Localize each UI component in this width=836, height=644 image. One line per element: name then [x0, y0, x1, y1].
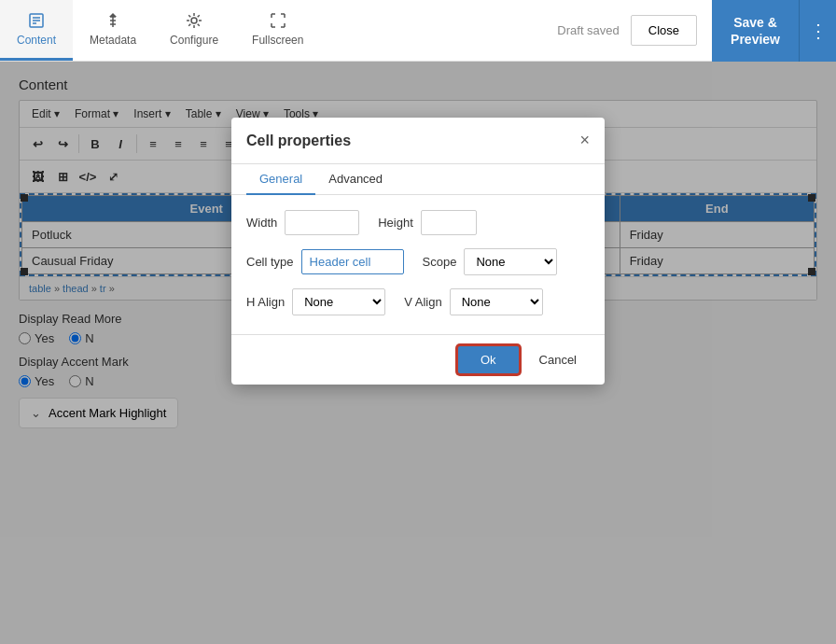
- svg-marker-4: [109, 13, 117, 17]
- configure-icon: [185, 11, 203, 30]
- modal-tabs: General Advanced: [231, 164, 605, 195]
- tab-advanced[interactable]: Advanced: [315, 164, 396, 195]
- save-preview-button[interactable]: Save & Preview: [712, 0, 799, 62]
- metadata-icon: [104, 11, 122, 30]
- height-label: Height: [378, 216, 413, 230]
- modal-close-button[interactable]: ×: [579, 131, 590, 150]
- h-align-select[interactable]: None Left Center Right: [292, 288, 385, 315]
- modal-body: Width Height Cell type Scope None: [231, 195, 605, 334]
- cell-properties-modal: Cell properties × General Advanced Width…: [231, 118, 605, 385]
- draft-saved-label: Draft saved: [557, 23, 619, 37]
- ok-button[interactable]: Ok: [458, 346, 519, 373]
- modal-footer: Ok Cancel: [231, 334, 605, 385]
- nav-configure[interactable]: Configure: [153, 0, 235, 61]
- cell-type-input[interactable]: [301, 249, 404, 274]
- svg-point-5: [191, 18, 197, 23]
- height-input[interactable]: [421, 210, 477, 235]
- h-align-label: H Align: [246, 295, 285, 309]
- close-button[interactable]: Close: [631, 15, 697, 46]
- cancel-button[interactable]: Cancel: [526, 346, 590, 373]
- modal-title: Cell properties: [246, 133, 351, 149]
- scope-label: Scope: [423, 255, 457, 269]
- nav-metadata[interactable]: Metadata: [73, 0, 153, 61]
- v-align-select[interactable]: None Top Middle Bottom: [450, 288, 543, 315]
- modal-overlay: Cell properties × General Advanced Width…: [0, 62, 836, 644]
- top-nav: Content Metadata Configure Fullscreen Dr…: [0, 0, 836, 62]
- cell-type-label: Cell type: [246, 255, 294, 269]
- more-options-button[interactable]: ⋮: [799, 0, 836, 62]
- content-icon: [27, 11, 46, 30]
- width-input[interactable]: [285, 210, 359, 235]
- width-label: Width: [246, 216, 277, 230]
- nav-content[interactable]: Content: [0, 0, 73, 61]
- scope-select[interactable]: None Row Col Rowgroup Colgroup: [464, 248, 557, 275]
- nav-right: Draft saved Close: [542, 0, 712, 61]
- fullscreen-icon: [269, 11, 287, 30]
- nav-fullscreen[interactable]: Fullscreen: [235, 0, 320, 61]
- modal-header: Cell properties ×: [231, 118, 605, 164]
- v-align-label: V Align: [404, 295, 441, 309]
- tab-general[interactable]: General: [246, 164, 315, 195]
